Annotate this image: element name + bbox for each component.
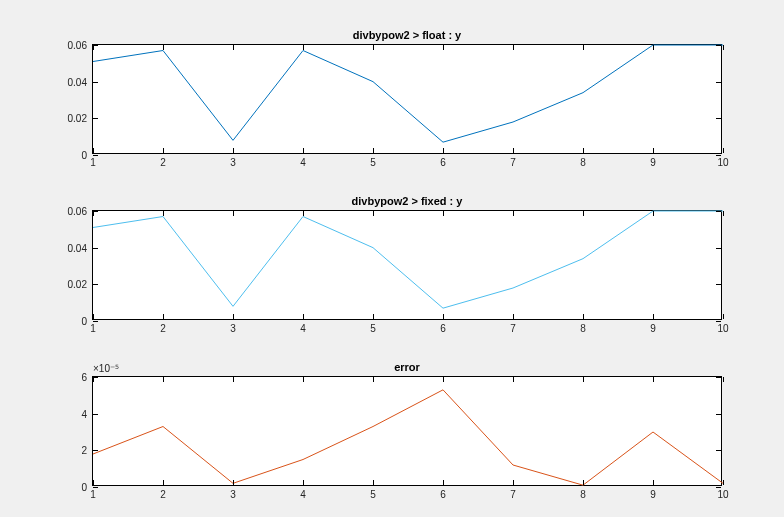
xtick-label: 7 <box>510 323 516 334</box>
line-plot-2 <box>93 211 721 319</box>
xtick-label: 4 <box>300 323 306 334</box>
tick-mark <box>233 314 234 319</box>
tick-mark <box>513 148 514 153</box>
xtick-label: 2 <box>160 489 166 500</box>
tick-mark <box>653 377 654 382</box>
ytick-label: 0 <box>81 150 87 161</box>
tick-mark <box>716 487 721 488</box>
tick-mark <box>303 480 304 485</box>
tick-mark <box>716 248 721 249</box>
chart-title-3: error <box>93 361 721 373</box>
tick-mark <box>303 314 304 319</box>
tick-mark <box>93 211 94 216</box>
tick-mark <box>93 248 98 249</box>
tick-mark <box>443 480 444 485</box>
tick-mark <box>373 45 374 50</box>
ytick-label: 0.04 <box>68 76 87 87</box>
tick-mark <box>93 321 98 322</box>
xtick-label: 3 <box>230 489 236 500</box>
tick-mark <box>303 45 304 50</box>
tick-mark <box>93 155 98 156</box>
ytick-label: 0.02 <box>68 279 87 290</box>
tick-mark <box>583 480 584 485</box>
tick-mark <box>653 480 654 485</box>
tick-mark <box>716 45 721 46</box>
tick-mark <box>653 314 654 319</box>
tick-mark <box>583 148 584 153</box>
tick-mark <box>233 148 234 153</box>
xtick-label: 3 <box>230 157 236 168</box>
tick-mark <box>583 211 584 216</box>
tick-mark <box>163 377 164 382</box>
tick-mark <box>513 377 514 382</box>
chart-title-2: divbypow2 > fixed : y <box>93 195 721 207</box>
tick-mark <box>93 414 98 415</box>
tick-mark <box>716 284 721 285</box>
ytick-label: 0.06 <box>68 40 87 51</box>
tick-mark <box>93 148 94 153</box>
xtick-label: 9 <box>650 489 656 500</box>
tick-mark <box>233 45 234 50</box>
tick-mark <box>583 45 584 50</box>
tick-mark <box>163 480 164 485</box>
tick-mark <box>163 314 164 319</box>
xtick-label: 7 <box>510 489 516 500</box>
tick-mark <box>373 148 374 153</box>
xtick-label: 8 <box>580 157 586 168</box>
tick-mark <box>723 211 724 216</box>
tick-mark <box>233 211 234 216</box>
tick-mark <box>723 377 724 382</box>
tick-mark <box>93 480 94 485</box>
tick-mark <box>93 314 94 319</box>
tick-mark <box>373 211 374 216</box>
xtick-label: 1 <box>90 323 96 334</box>
tick-mark <box>163 45 164 50</box>
tick-mark <box>513 314 514 319</box>
chart-fixed: divbypow2 > fixed : y 00.020.040.0612345… <box>92 210 722 320</box>
tick-mark <box>716 377 721 378</box>
tick-mark <box>443 314 444 319</box>
chart-float: divbypow2 > float : y 00.020.040.0612345… <box>92 44 722 154</box>
tick-mark <box>653 45 654 50</box>
xtick-label: 10 <box>717 323 728 334</box>
tick-mark <box>513 480 514 485</box>
line-plot-1 <box>93 45 721 153</box>
ytick-label: 2 <box>81 445 87 456</box>
tick-mark <box>303 377 304 382</box>
xtick-label: 6 <box>440 323 446 334</box>
tick-mark <box>233 480 234 485</box>
tick-mark <box>93 45 94 50</box>
tick-mark <box>93 82 98 83</box>
xtick-label: 6 <box>440 157 446 168</box>
tick-mark <box>93 284 98 285</box>
xtick-label: 10 <box>717 157 728 168</box>
xtick-label: 9 <box>650 157 656 168</box>
xtick-label: 4 <box>300 157 306 168</box>
tick-mark <box>583 377 584 382</box>
chart-error: error ×10⁻⁵ 024612345678910 <box>92 376 722 486</box>
ytick-label: 0 <box>81 482 87 493</box>
tick-mark <box>653 211 654 216</box>
tick-mark <box>93 450 98 451</box>
xtick-label: 5 <box>370 157 376 168</box>
tick-mark <box>93 118 98 119</box>
y-exponent: ×10⁻⁵ <box>93 363 119 374</box>
ytick-label: 4 <box>81 408 87 419</box>
tick-mark <box>303 211 304 216</box>
xtick-label: 8 <box>580 323 586 334</box>
line-plot-3 <box>93 377 721 485</box>
tick-mark <box>653 148 654 153</box>
tick-mark <box>373 480 374 485</box>
ytick-label: 0.04 <box>68 242 87 253</box>
xtick-label: 2 <box>160 157 166 168</box>
tick-mark <box>716 118 721 119</box>
tick-mark <box>716 211 721 212</box>
xtick-label: 2 <box>160 323 166 334</box>
xtick-label: 7 <box>510 157 516 168</box>
tick-mark <box>373 377 374 382</box>
tick-mark <box>716 414 721 415</box>
tick-mark <box>723 148 724 153</box>
tick-mark <box>716 155 721 156</box>
tick-mark <box>93 377 94 382</box>
xtick-label: 10 <box>717 489 728 500</box>
